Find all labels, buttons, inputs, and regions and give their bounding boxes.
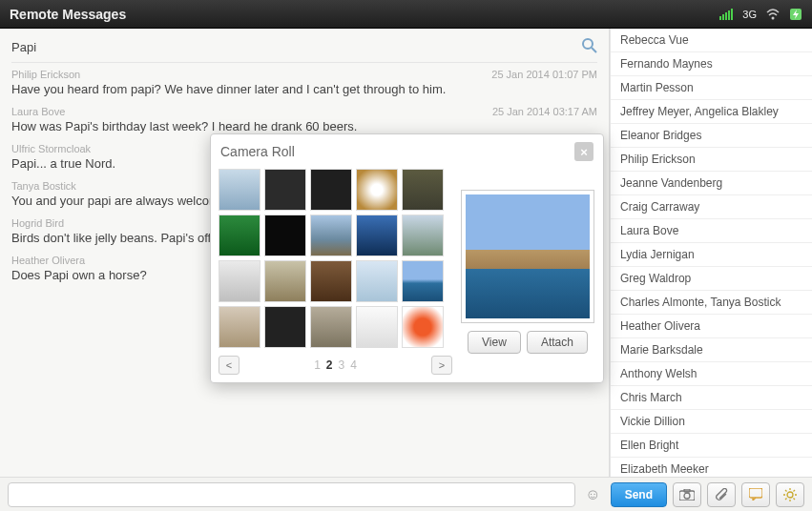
message-sender: Ulfric Stormcloak xyxy=(11,143,91,154)
wifi-icon xyxy=(766,9,780,20)
svg-rect-12 xyxy=(749,488,762,498)
message-item: Philip Erickson25 Jan 2014 01:07 PMHave … xyxy=(11,69,597,96)
thumbnail[interactable] xyxy=(219,260,260,302)
message-sender: Philip Erickson xyxy=(11,69,80,80)
svg-rect-4 xyxy=(731,9,733,20)
thumbnail[interactable] xyxy=(402,169,444,211)
contact-item[interactable]: Jeffrey Meyer, Angelica Blakley xyxy=(611,100,812,124)
contact-item[interactable]: Laura Bove xyxy=(611,219,812,243)
battery-icon xyxy=(789,8,802,21)
contact-item[interactable]: Fernando Maynes xyxy=(611,52,812,76)
svg-rect-2 xyxy=(725,12,727,20)
emoji-icon[interactable]: ☺ xyxy=(581,486,604,503)
message-sender: Heather Olivera xyxy=(11,255,85,266)
contact-item[interactable]: Heather Olivera xyxy=(611,315,812,338)
top-bar: Remote Messages 3G xyxy=(0,0,812,29)
svg-point-13 xyxy=(787,492,793,498)
message-item: Laura Bove25 Jan 2014 03:17 AMHow was Pa… xyxy=(11,106,597,133)
page-number[interactable]: 3 xyxy=(339,358,345,372)
pager: < 1234 > xyxy=(219,356,452,375)
contact-item[interactable]: Craig Carraway xyxy=(611,195,812,219)
settings-button[interactable] xyxy=(776,482,804,507)
contact-item[interactable]: Lydia Jernigan xyxy=(611,243,812,267)
contact-item[interactable]: Martin Pesson xyxy=(611,76,812,100)
thumbnail[interactable] xyxy=(310,215,352,256)
status-area: 3G xyxy=(719,8,802,21)
contact-item[interactable]: Jeanne Vandenberg xyxy=(611,172,812,195)
thumbnail[interactable] xyxy=(356,215,398,256)
message-input[interactable] xyxy=(8,482,575,507)
thumbnail[interactable] xyxy=(310,169,352,211)
preview-frame xyxy=(461,190,594,323)
camera-button[interactable] xyxy=(673,482,701,507)
thumbnail[interactable] xyxy=(310,260,352,302)
preview-image xyxy=(466,194,590,318)
message-sender: Laura Bove xyxy=(11,106,65,117)
contact-item[interactable]: Elizabeth Meeker xyxy=(611,458,812,477)
svg-line-21 xyxy=(794,490,796,492)
thumbnail[interactable] xyxy=(356,169,398,211)
send-button[interactable]: Send xyxy=(611,482,667,507)
svg-line-19 xyxy=(794,498,796,500)
thumbnail[interactable] xyxy=(264,260,306,302)
svg-rect-1 xyxy=(722,14,724,20)
thumbnail[interactable] xyxy=(402,306,444,348)
thumbnail[interactable] xyxy=(264,215,306,256)
page-number[interactable]: 2 xyxy=(326,358,333,372)
message-body: Have you heard from papi? We have dinner… xyxy=(11,82,597,96)
svg-rect-3 xyxy=(728,10,730,20)
message-time: 25 Jan 2014 01:07 PM xyxy=(491,69,597,80)
contact-item[interactable]: Anthony Welsh xyxy=(611,362,812,386)
page-number[interactable]: 4 xyxy=(350,358,357,372)
message-sender: Hogrid Bird xyxy=(11,217,64,229)
app-title: Remote Messages xyxy=(10,7,126,22)
page-numbers: 1234 xyxy=(314,358,357,372)
attach-button[interactable]: Attach xyxy=(527,331,588,354)
svg-point-7 xyxy=(583,39,593,49)
thumbnail[interactable] xyxy=(219,215,260,256)
message-body: How was Papi's birthday last week? I hea… xyxy=(11,119,597,133)
svg-line-18 xyxy=(785,490,787,492)
contact-item[interactable]: Marie Barksdale xyxy=(611,338,812,362)
thumbnail[interactable] xyxy=(219,169,260,211)
contact-item[interactable]: Chris March xyxy=(611,386,812,410)
svg-line-20 xyxy=(785,498,787,500)
composer-bar: ☺ Send xyxy=(0,477,812,511)
signal-icon xyxy=(719,9,733,20)
svg-point-11 xyxy=(684,493,690,499)
thumbnail[interactable] xyxy=(402,260,444,302)
thumbnail[interactable] xyxy=(356,306,398,348)
contact-item[interactable]: Charles Almonte, Tanya Bostick xyxy=(611,291,812,315)
message-sender: Tanya Bostick xyxy=(11,180,76,192)
contact-item[interactable]: Philip Erickson xyxy=(611,148,812,172)
svg-line-8 xyxy=(592,48,596,52)
modal-title: Camera Roll xyxy=(220,144,295,159)
thumbnail[interactable] xyxy=(264,169,306,211)
svg-rect-0 xyxy=(719,16,721,20)
view-button[interactable]: View xyxy=(468,331,521,354)
close-icon[interactable]: × xyxy=(574,142,593,161)
thumbnail-grid xyxy=(219,169,452,348)
contact-item[interactable]: Rebecca Vue xyxy=(611,29,812,52)
search-icon[interactable] xyxy=(582,38,597,56)
contact-list[interactable]: Rebecca VueFernando MaynesMartin PessonJ… xyxy=(610,29,812,477)
message-time: 25 Jan 2014 03:17 AM xyxy=(492,106,597,117)
thumbnail[interactable] xyxy=(402,215,444,256)
contact-item[interactable]: Ellen Bright xyxy=(611,434,812,458)
page-number[interactable]: 1 xyxy=(314,358,321,372)
thumbnail[interactable] xyxy=(356,260,398,302)
attachment-button[interactable] xyxy=(707,482,736,507)
contact-item[interactable]: Greg Waldrop xyxy=(611,267,812,291)
thumbnail[interactable] xyxy=(264,306,306,348)
thumbnail[interactable] xyxy=(219,306,260,348)
contact-item[interactable]: Vickie Dillion xyxy=(611,410,812,434)
camera-roll-modal: Camera Roll × < 1234 > View Attach xyxy=(210,133,604,383)
search-term: Papi xyxy=(11,40,582,54)
chat-button[interactable] xyxy=(741,482,770,507)
page-next-button[interactable]: > xyxy=(431,356,452,375)
thumbnail[interactable] xyxy=(310,306,352,348)
network-label: 3G xyxy=(742,9,757,20)
svg-point-5 xyxy=(772,16,775,19)
contact-item[interactable]: Eleanor Bridges xyxy=(611,124,812,148)
page-prev-button[interactable]: < xyxy=(219,356,239,375)
